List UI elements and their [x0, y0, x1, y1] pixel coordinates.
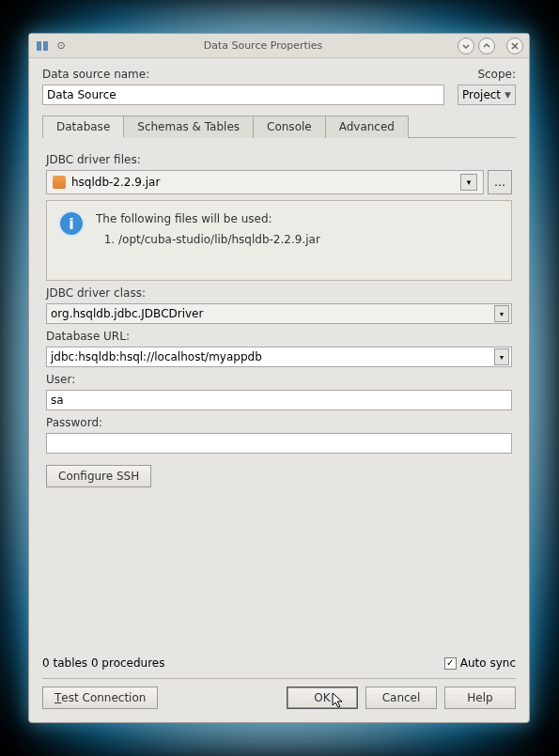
name-label: Data source name:: [42, 68, 470, 81]
name-input[interactable]: [42, 85, 444, 105]
svg-rect-1: [43, 41, 48, 51]
maximize-button[interactable]: [478, 38, 495, 54]
password-input[interactable]: [46, 433, 512, 454]
titlebar: ⊙ Data Source Properties: [29, 34, 529, 58]
auto-sync-checkbox[interactable]: ✓ Auto sync: [444, 656, 516, 670]
chevron-down-icon: ▼: [505, 90, 511, 100]
driver-files-label: JDBC driver files:: [46, 153, 512, 166]
info-icon: i: [58, 210, 85, 237]
tab-schemas[interactable]: Schemas & Tables: [123, 116, 254, 138]
status-text: 0 tables 0 procedures: [42, 656, 165, 670]
password-label: Password:: [46, 416, 512, 429]
driver-class-combo[interactable]: org.hsqldb.jdbc.JDBCDriver ▾: [46, 303, 512, 324]
info-box: i The following files will be used: /opt…: [46, 200, 512, 281]
pin-icon[interactable]: ⊙: [54, 39, 69, 54]
tab-advanced[interactable]: Advanced: [325, 116, 409, 138]
app-icon: [35, 39, 50, 54]
driver-file-value: hsqldb-2.2.9.jar: [71, 176, 455, 189]
tab-console[interactable]: Console: [253, 116, 326, 138]
ok-button[interactable]: OK: [287, 687, 358, 709]
scope-label: Scope:: [477, 68, 516, 81]
scope-select[interactable]: Project ▼: [458, 85, 516, 105]
url-combo[interactable]: jdbc:hsqldb:hsql://localhost/myappdb ▾: [46, 347, 512, 367]
browse-button[interactable]: …: [488, 170, 512, 194]
chevron-down-icon[interactable]: ▾: [494, 348, 509, 365]
window-title: Data Source Properties: [69, 39, 458, 52]
scope-value: Project: [462, 88, 501, 101]
tab-database[interactable]: Database: [42, 116, 124, 138]
chevron-down-icon[interactable]: ▾: [494, 305, 509, 322]
configure-ssh-button[interactable]: Configure SSH: [46, 465, 151, 487]
dialog-window: ⊙ Data Source Properties Data source nam…: [28, 33, 530, 723]
driver-class-value: org.hsqldb.jdbc.JDBCDriver: [51, 307, 203, 320]
cancel-button[interactable]: Cancel: [365, 687, 437, 709]
checkbox-box: ✓: [444, 657, 457, 670]
url-value: jdbc:hsqldb:hsql://localhost/myappdb: [51, 350, 262, 363]
help-button[interactable]: Help: [444, 687, 516, 709]
info-header: The following files will be used:: [96, 210, 320, 227]
jar-icon: [53, 176, 66, 189]
test-connection-button[interactable]: Test Connection: [42, 687, 158, 709]
info-file-item: /opt/cuba-studio/lib/hsqldb-2.2.9.jar: [118, 231, 320, 248]
close-button[interactable]: [506, 38, 523, 54]
user-label: User:: [46, 373, 512, 386]
user-input[interactable]: [46, 390, 512, 410]
auto-sync-label: Auto sync: [460, 656, 516, 670]
svg-rect-0: [37, 41, 41, 51]
chevron-down-icon[interactable]: ▾: [460, 174, 477, 191]
tabs: Database Schemas & Tables Console Advanc…: [42, 115, 516, 138]
url-label: Database URL:: [46, 330, 512, 343]
driver-class-label: JDBC driver class:: [46, 286, 512, 300]
driver-file-combo[interactable]: hsqldb-2.2.9.jar ▾: [46, 170, 484, 194]
minimize-button[interactable]: [458, 38, 474, 54]
